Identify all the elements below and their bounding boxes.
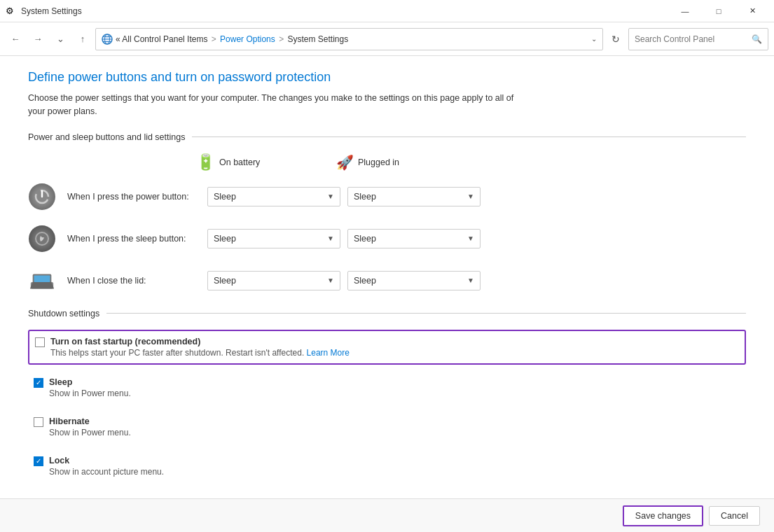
sleep-button-controls: Sleep ▼ Sleep ▼	[207, 229, 481, 248]
refresh-button[interactable]: ↻	[606, 29, 626, 49]
power-button-row: When I press the power button: Sleep ▼ S…	[28, 183, 746, 211]
lid-plugged-arrow: ▼	[467, 276, 474, 284]
search-icon: 🔍	[752, 34, 762, 44]
sleep-desc: Show in Power menu.	[49, 388, 131, 398]
page-description: Choose the power settings that you want …	[28, 92, 532, 118]
battery-icon: 🔋	[196, 153, 215, 172]
breadcrumb: « All Control Panel Items > Power Option…	[116, 34, 588, 44]
search-input[interactable]	[635, 34, 749, 44]
lid-battery-value: Sleep	[214, 276, 236, 286]
fast-startup-desc: This helps start your PC faster after sh…	[50, 348, 350, 358]
hibernate-title: Hibernate	[49, 416, 131, 426]
sleep-plugged-value: Sleep	[354, 234, 376, 244]
power-symbol-svg	[34, 189, 50, 204]
main-content: Define power buttons and turn on passwor…	[0, 56, 774, 532]
fast-startup-content: Turn on fast startup (recommended) This …	[50, 337, 350, 358]
sleep-plugged-arrow: ▼	[467, 234, 474, 242]
shutdown-section-header: Shutdown settings	[28, 309, 746, 318]
sleep-button-row: When I press the sleep button: Sleep ▼ S…	[28, 225, 746, 253]
lock-title: Lock	[49, 456, 164, 465]
sleep-button-icon	[28, 225, 56, 253]
hibernate-checkbox[interactable]	[34, 417, 43, 427]
shutdown-divider	[106, 313, 746, 314]
sleep-title: Sleep	[49, 377, 131, 387]
power-plugged-arrow: ▼	[467, 192, 474, 200]
address-dropdown-icon[interactable]: ⌄	[591, 35, 597, 43]
power-battery-arrow: ▼	[327, 192, 334, 200]
lid-icon	[28, 267, 56, 295]
title-bar-text: System Settings	[21, 6, 669, 16]
section-divider	[192, 136, 746, 137]
power-plugged-value: Sleep	[354, 192, 376, 202]
nav-bar: ← → ⌄ ↑ « All Control Panel Items > Powe…	[0, 22, 774, 56]
lock-desc: Show in account picture menu.	[49, 467, 164, 477]
hibernate-row: Hibernate Show in Power menu.	[28, 411, 746, 443]
lock-row: Lock Show in account picture menu.	[28, 450, 746, 482]
plugged-in-label: Plugged in	[358, 158, 399, 167]
shutdown-section: Shutdown settings Turn on fast startup (…	[28, 309, 746, 482]
bottom-bar: Save changes Cancel	[0, 498, 774, 532]
fast-startup-title: Turn on fast startup (recommended)	[50, 337, 350, 346]
back-button[interactable]: ←	[6, 29, 25, 49]
hibernate-desc: Show in Power menu.	[49, 428, 131, 438]
page-title: Define power buttons and turn on passwor…	[28, 70, 746, 85]
power-section-header: Power and sleep buttons and lid settings	[28, 132, 746, 142]
lid-controls: Sleep ▼ Sleep ▼	[207, 271, 481, 290]
sleep-checkbox[interactable]	[34, 378, 43, 388]
power-plugged-dropdown[interactable]: Sleep ▼	[347, 187, 481, 206]
power-battery-value: Sleep	[214, 192, 236, 202]
minimize-button[interactable]: —	[669, 0, 701, 22]
window-controls: — □ ✕	[669, 0, 768, 22]
cancel-button[interactable]: Cancel	[709, 506, 760, 526]
power-button-label: When I press the power button:	[67, 192, 200, 202]
lid-battery-dropdown[interactable]: Sleep ▼	[207, 271, 340, 290]
power-battery-dropdown[interactable]: Sleep ▼	[207, 187, 340, 206]
title-bar: ⚙ System Settings — □ ✕	[0, 0, 774, 22]
sleep-battery-value: Sleep	[214, 234, 236, 244]
forward-button[interactable]: →	[28, 29, 48, 49]
sleep-content: Sleep Show in Power menu.	[49, 377, 131, 398]
sleep-battery-dropdown[interactable]: Sleep ▼	[207, 229, 340, 248]
svg-rect-10	[34, 275, 50, 282]
sleep-plugged-dropdown[interactable]: Sleep ▼	[347, 229, 481, 248]
up-button[interactable]: ↑	[73, 29, 92, 49]
lid-svg	[28, 270, 56, 292]
power-button-controls: Sleep ▼ Sleep ▼	[207, 187, 481, 206]
on-battery-header: 🔋 On battery	[196, 153, 329, 172]
power-button-icon	[28, 183, 56, 211]
maximize-button[interactable]: □	[703, 0, 735, 22]
column-headers: 🔋 On battery 🚀 Plugged in	[196, 153, 746, 172]
sleep-btn-graphic	[29, 225, 55, 252]
on-battery-label: On battery	[219, 158, 260, 167]
sleep-button-label: When I press the sleep button:	[67, 234, 200, 244]
save-changes-button[interactable]: Save changes	[623, 505, 703, 526]
fast-startup-row: Turn on fast startup (recommended) This …	[28, 330, 746, 365]
lock-content: Lock Show in account picture menu.	[49, 456, 164, 477]
shutdown-section-label: Shutdown settings	[28, 309, 99, 318]
system-settings-crumb: System Settings	[287, 34, 348, 44]
sleep-battery-arrow: ▼	[327, 234, 334, 242]
sleep-symbol-svg	[34, 231, 50, 246]
lock-checkbox[interactable]	[34, 456, 43, 466]
address-bar-icon	[102, 34, 113, 45]
search-box: 🔍	[628, 28, 768, 50]
sleep-row: Sleep Show in Power menu.	[28, 372, 746, 404]
svg-marker-11	[30, 281, 54, 288]
lid-plugged-value: Sleep	[354, 276, 376, 286]
hibernate-content: Hibernate Show in Power menu.	[49, 416, 131, 438]
lid-row: When I close the lid: Sleep ▼ Sleep ▼	[28, 267, 746, 295]
app-icon: ⚙	[6, 6, 17, 17]
dropdown-button[interactable]: ⌄	[50, 29, 70, 49]
lid-label: When I close the lid:	[67, 276, 200, 286]
close-button[interactable]: ✕	[736, 0, 768, 22]
power-btn-graphic	[29, 183, 55, 210]
lid-plugged-dropdown[interactable]: Sleep ▼	[347, 271, 481, 290]
plugged-in-header: 🚀 Plugged in	[336, 153, 469, 172]
learn-more-link[interactable]: Learn More	[307, 348, 350, 358]
fast-startup-checkbox[interactable]	[35, 337, 45, 347]
power-options-crumb[interactable]: Power Options	[220, 34, 275, 44]
address-bar[interactable]: « All Control Panel Items > Power Option…	[95, 28, 603, 50]
rocket-icon: 🚀	[336, 154, 354, 171]
lid-battery-arrow: ▼	[327, 276, 334, 284]
power-section-label: Power and sleep buttons and lid settings	[28, 132, 185, 142]
